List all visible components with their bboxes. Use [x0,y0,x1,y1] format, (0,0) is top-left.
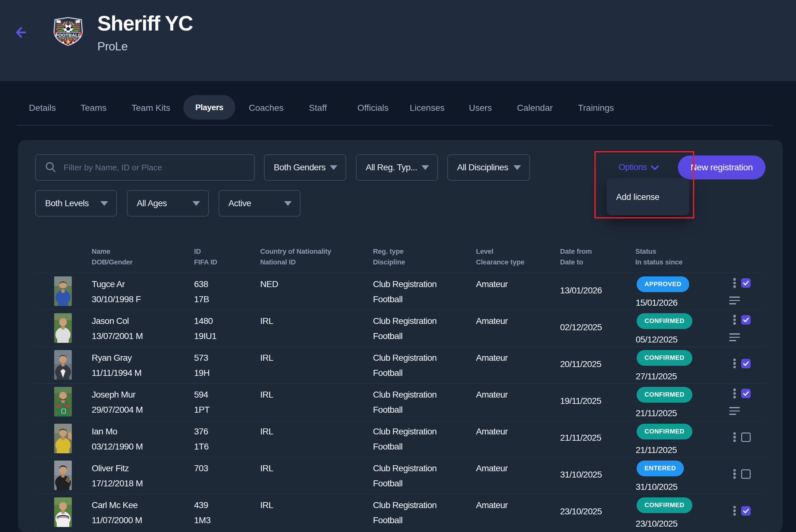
svg-text:FOOTBALL: FOOTBALL [55,33,81,38]
